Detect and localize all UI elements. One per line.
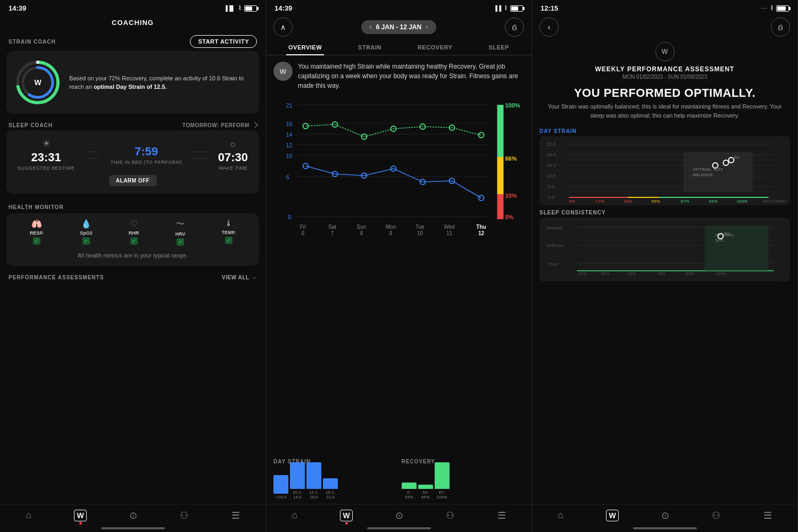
home-icon-1: ⌂ [26,510,31,521]
recovery-bars: 0-33% 34-66% 67-100% [402,468,525,500]
bedtime-value: 23:31 [18,151,75,164]
svg-text:10: 10 [286,153,293,159]
back-button[interactable]: ‹ [539,18,559,37]
alarm-button[interactable]: ALARM OFF [109,175,157,186]
collapse-button[interactable]: ∧ [273,18,293,37]
status-right-3: · · · ⌇ [761,5,789,12]
nav-people-3[interactable]: ⚇ [712,510,720,521]
start-activity-button[interactable]: START ACTIVITY [190,35,257,48]
nav-people-2[interactable]: ⚇ [446,510,454,521]
resp-icon: 🫁 [31,219,42,229]
signal-icon-2: ▐▐ [494,5,501,11]
bar-1 [273,475,288,494]
p3-headline: YOU PERFORMED OPTIMALLY. [532,82,797,102]
tab-recovery[interactable]: RECOVERY [415,40,454,55]
svg-text:Sa: Sa [734,155,739,160]
battery-1 [244,5,257,12]
bar-col-1: <10.0 [273,475,288,500]
waketime-label: WAKE TIME [218,165,248,171]
date-range-pill: ‹ 6 JAN - 12 JAN › [361,20,436,34]
svg-text:14.0: 14.0 [547,163,556,168]
timeinbed-label: TIME IN BED (TO PERFORM) [111,160,182,165]
bar-col-2: 10.1-14.0 [290,462,305,500]
next-date-button[interactable]: › [426,23,428,31]
svg-text:Thu: Thu [476,224,486,230]
panel-weekly: 12:15 · · · ⌇ ‹ ⎙ W WEEKLY PERFORMANCE A… [532,0,798,532]
view-all-button[interactable]: VIEW ALL → [222,275,257,280]
day-strain-bars: <10.0 10.1-14.0 14.1-18.0 18.1-21.0 [273,468,396,500]
health-temp: 🌡 TEMP. [222,219,236,246]
recovery-label: RECOVERY [402,459,525,464]
p3-description: Your Strain was optimally balanced; this… [532,102,797,125]
tab-sleep[interactable]: SLEEP [486,40,511,55]
share-icon: ⎙ [512,23,517,31]
p3-date-range: MON 01/02/2023 - SUN 01/08/2023 [543,74,787,80]
weekly-badge: W [655,42,675,61]
w-icon-2: W [340,510,352,521]
prev-date-button[interactable]: ‹ [370,23,372,31]
p3-day-strain-label: DAY STRAIN [539,128,790,134]
svg-text:100%: 100% [716,271,726,276]
nav-w-1[interactable]: W [74,510,86,521]
wifi-icon-1: ⌇ [238,5,241,12]
svg-text:Th: Th [718,167,723,172]
rec-bar-col-2: 34-66% [418,485,433,500]
p3-share-icon: ⎙ [778,23,783,31]
rhr-icon: ♡ [130,219,138,229]
nav-home-1[interactable]: ⌂ [26,510,31,521]
svg-text:Fri: Fri [300,224,306,230]
waketime-value: 07:30 [218,151,248,164]
rec-bar-1 [402,483,417,489]
p2-tabs: OVERVIEW STRAIN RECOVERY SLEEP [266,40,531,55]
svg-text:OPTIMAL: OPTIMAL [693,167,712,172]
sleep-bedtime: ☀ 23:31 SUGGESTED BEDTIME [18,138,75,171]
home-bar-1 [101,527,165,529]
spo2-icon: 💧 [81,219,92,229]
camera-icon-3: ⊙ [661,510,669,521]
svg-text:100%: 100% [737,199,747,204]
spo2-check [82,237,90,245]
health-hrv: 〜 HRV [176,219,186,246]
nav-home-2[interactable]: ⌂ [292,510,297,521]
home-icon-3: ⌂ [558,510,563,521]
nav-people-1[interactable]: ⚇ [180,510,188,521]
tab-strain[interactable]: STRAIN [356,40,384,55]
nav-menu-2[interactable]: ☰ [497,510,506,521]
menu-icon-2: ☰ [497,510,506,521]
svg-text:0.0: 0.0 [548,195,555,200]
svg-point-4 [36,61,39,64]
sleep-coach-header: SLEEP COACH TOMORROW: PERFORM [0,119,265,130]
nav-menu-3[interactable]: ☰ [763,510,772,521]
nav-camera-1[interactable]: ⊙ [129,510,137,521]
nav-w-2[interactable]: W [340,510,352,521]
panel-coaching: 14:39 ▐▐▌ ⌇ COACHING STRAIN COACH START … [0,0,266,532]
svg-text:21: 21 [286,102,293,109]
signal-icon-3: · · · [761,6,767,11]
nav-menu-1[interactable]: ☰ [231,510,240,521]
nav-w-3[interactable]: W [606,510,618,521]
home-icon-2: ⌂ [292,510,297,521]
w-icon-3: W [606,510,618,521]
bar-4 [323,478,338,489]
svg-text:9: 9 [389,230,393,236]
perf-assessments-header: PERFORMANCE ASSESSMENTS VIEW ALL → [0,271,265,282]
nav-camera-2[interactable]: ⊙ [395,510,403,521]
svg-text:50%: 50% [652,199,660,204]
svg-text:67%: 67% [681,199,689,204]
health-resp: 🫁 RESP. [30,219,44,246]
svg-text:6: 6 [286,174,289,180]
p3-share-button[interactable]: ⎙ [771,18,790,37]
day-strain-section: DAY STRAIN <10.0 10.1-14.0 14.1-18.0 [273,459,396,500]
nav-dot-1 [79,522,82,525]
nav-home-3[interactable]: ⌂ [558,510,563,521]
share-button[interactable]: ⎙ [505,18,524,37]
tab-overview[interactable]: OVERVIEW [286,40,324,55]
people-icon-3: ⚇ [712,510,720,521]
bar-col-3: 14.1-18.0 [306,462,321,500]
svg-text:Mon: Mon [386,224,396,230]
resp-check [33,237,40,245]
svg-text:33%: 33% [505,193,517,199]
svg-rect-22 [497,157,504,194]
svg-text:0: 0 [288,214,292,220]
nav-camera-3[interactable]: ⊙ [661,510,669,521]
